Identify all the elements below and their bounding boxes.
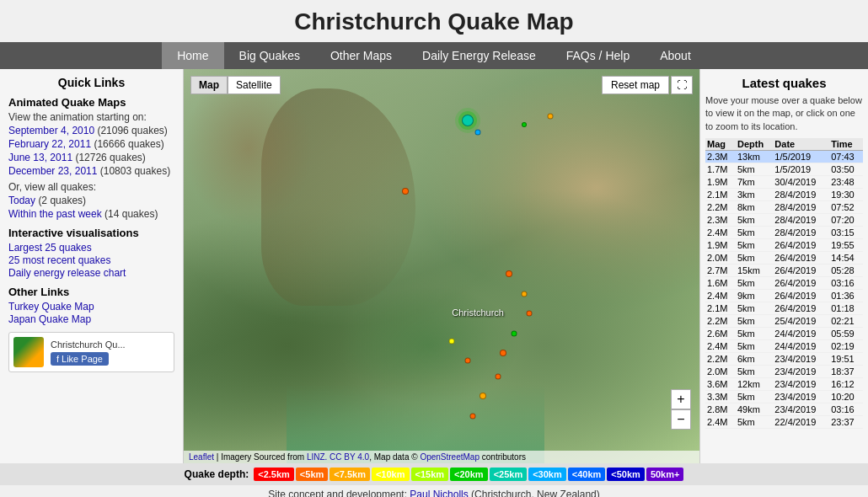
- today-link[interactable]: Today: [8, 195, 35, 206]
- cell-depth: 15km: [736, 265, 773, 277]
- table-row[interactable]: 2.0M5km23/4/201918:37: [705, 366, 863, 378]
- cell-mag: 2.0M: [705, 252, 736, 265]
- table-row[interactable]: 2.2M8km28/4/201907:52: [705, 201, 863, 214]
- animation-link[interactable]: June 13, 2011: [8, 152, 72, 163]
- depth-swatch: <40km: [568, 468, 606, 481]
- map-btn[interactable]: Map: [190, 76, 228, 94]
- quake-tbody: 2.3M13km1/5/201907:431.7M5km1/5/201903:5…: [705, 151, 863, 429]
- quake-dot[interactable]: [527, 311, 533, 317]
- fb-icon: f: [56, 354, 59, 364]
- animation-links: September 4, 2010 (21096 quakes)February…: [8, 125, 174, 177]
- table-row[interactable]: 2.6M5km24/4/201905:59: [705, 328, 863, 340]
- depth-swatch: 50km+: [646, 468, 684, 481]
- cell-mag: 2.4M: [705, 340, 736, 353]
- table-row[interactable]: 2.8M49km23/4/201903:16: [705, 403, 863, 416]
- table-row[interactable]: 2.0M5km26/4/201914:54: [705, 252, 863, 265]
- animated-desc: View the animation starting on:: [8, 111, 174, 123]
- quake-dot[interactable]: [464, 358, 470, 364]
- cell-mag: 3.3M: [705, 391, 736, 403]
- other-link[interactable]: Turkey Quake Map: [8, 301, 174, 313]
- map-container[interactable]: Christchurch Map Satellite Reset map ⛶ +…: [184, 69, 699, 463]
- table-row[interactable]: 2.4M9km26/4/201901:36: [705, 290, 863, 302]
- cell-time: 03:50: [829, 163, 863, 176]
- footer-author-link[interactable]: Paul Nicholls: [410, 489, 468, 497]
- quake-dot[interactable]: [547, 114, 553, 120]
- table-row[interactable]: 3.6M12km23/4/201916:12: [705, 378, 863, 391]
- quake-dot[interactable]: [449, 338, 455, 344]
- zoom-out-button[interactable]: −: [671, 409, 691, 430]
- reset-map-button[interactable]: Reset map: [602, 76, 669, 94]
- nav-about[interactable]: About: [645, 42, 706, 69]
- past-week-link[interactable]: Within the past week: [8, 208, 102, 220]
- satellite-btn[interactable]: Satellite: [228, 76, 281, 94]
- table-row[interactable]: 2.1M5km26/4/201901:18: [705, 302, 863, 315]
- animation-count: (21096 quakes): [94, 125, 168, 136]
- nav-other-maps[interactable]: Other Maps: [315, 42, 407, 69]
- quake-dot[interactable]: [480, 393, 486, 399]
- nav-daily-energy[interactable]: Daily Energy Release: [407, 42, 551, 69]
- fb-page-name: Christchurch Qu...: [51, 339, 126, 350]
- cell-time: 18:37: [829, 366, 863, 378]
- table-row[interactable]: 2.3M13km1/5/201907:43: [705, 151, 863, 163]
- osm-link[interactable]: OpenStreetMap: [420, 452, 480, 462]
- cell-time: 05:59: [829, 328, 863, 340]
- leaflet-link[interactable]: Leaflet: [189, 452, 214, 462]
- zoom-in-button[interactable]: +: [671, 389, 691, 409]
- cell-time: 19:30: [829, 189, 863, 201]
- quake-dot[interactable]: [469, 413, 475, 419]
- cell-mag: 2.2M: [705, 201, 736, 214]
- quake-dot[interactable]: [500, 350, 506, 356]
- table-row[interactable]: 2.4M5km24/4/201902:19: [705, 340, 863, 353]
- cell-depth: 5km: [736, 227, 773, 239]
- table-row[interactable]: 2.2M5km25/4/201902:21: [705, 315, 863, 328]
- table-row[interactable]: 1.7M5km1/5/201903:50: [705, 163, 863, 176]
- quake-dot[interactable]: [511, 330, 517, 336]
- cell-date: 26/4/2019: [773, 265, 829, 277]
- table-row[interactable]: 2.3M5km28/4/201907:20: [705, 214, 863, 227]
- quake-dot[interactable]: [462, 115, 474, 126]
- col-date: Date: [773, 138, 829, 151]
- interactive-link[interactable]: Largest 25 quakes: [8, 242, 174, 254]
- depth-swatch: <30km: [528, 468, 566, 481]
- fb-like-button[interactable]: f Like Page: [51, 352, 109, 366]
- fullscreen-button[interactable]: ⛶: [671, 76, 693, 94]
- table-row[interactable]: 1.9M5km26/4/201919:55: [705, 239, 863, 252]
- linz-link[interactable]: LINZ. CC BY 4.0: [307, 452, 369, 462]
- cell-depth: 5km: [736, 340, 773, 353]
- animation-link[interactable]: February 22, 2011: [8, 138, 91, 150]
- table-row[interactable]: 3.3M5km23/4/201910:20: [705, 391, 863, 403]
- cell-date: 1/5/2019: [773, 163, 829, 176]
- quake-dot[interactable]: [506, 270, 512, 277]
- table-row[interactable]: 2.4M5km22/4/201923:37: [705, 416, 863, 429]
- quake-dot[interactable]: [402, 188, 409, 195]
- interactive-link[interactable]: Daily energy release chart: [8, 267, 174, 279]
- view-all-label: Or, view all quakes:: [8, 181, 174, 193]
- cell-date: 26/4/2019: [773, 290, 829, 302]
- nav-faqs[interactable]: FAQs / Help: [551, 42, 645, 69]
- map-zoom-controls: + −: [671, 389, 691, 430]
- table-row[interactable]: 2.2M6km23/4/201919:51: [705, 353, 863, 366]
- quake-dot[interactable]: [496, 374, 501, 380]
- quake-dot[interactable]: [474, 129, 480, 135]
- interactive-link[interactable]: 25 most recent quakes: [8, 254, 174, 266]
- cell-mag: 1.9M: [705, 176, 736, 189]
- map-attribution: Leaflet | Imagery Sourced from LINZ. CC …: [184, 451, 699, 463]
- quake-dot[interactable]: [521, 291, 527, 297]
- table-row[interactable]: 2.7M15km26/4/201905:28: [705, 265, 863, 277]
- animation-link[interactable]: December 23, 2011: [8, 165, 97, 177]
- cell-time: 01:18: [829, 302, 863, 315]
- depth-swatch: <25km: [490, 468, 528, 481]
- table-row[interactable]: 2.4M5km28/4/201903:15: [705, 227, 863, 239]
- table-row[interactable]: 2.1M3km28/4/201919:30: [705, 189, 863, 201]
- depth-swatch: <50km: [607, 468, 645, 481]
- nav-big-quakes[interactable]: Big Quakes: [224, 42, 315, 69]
- nav-home[interactable]: Home: [162, 42, 223, 69]
- cell-depth: 5km: [736, 391, 773, 403]
- animation-link[interactable]: September 4, 2010: [8, 125, 94, 136]
- other-link[interactable]: Japan Quake Map: [8, 313, 174, 325]
- cell-mag: 1.7M: [705, 163, 736, 176]
- table-row[interactable]: 1.9M7km30/4/201923:48: [705, 176, 863, 189]
- quake-dot[interactable]: [522, 122, 527, 127]
- cell-depth: 7km: [736, 176, 773, 189]
- table-row[interactable]: 1.6M5km26/4/201903:16: [705, 277, 863, 290]
